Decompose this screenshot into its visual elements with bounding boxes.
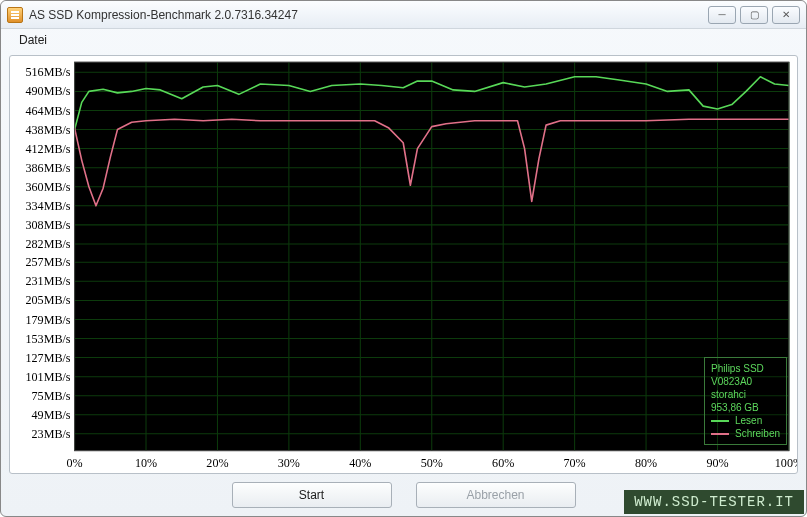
svg-text:386MB/s: 386MB/s [26,161,71,175]
menu-datei[interactable]: Datei [11,31,55,49]
legend-write-label: Schreiben [735,427,780,440]
titlebar: AS SSD Kompression-Benchmark 2.0.7316.34… [1,1,806,29]
legend-write-row: Schreiben [711,427,780,440]
svg-text:70%: 70% [564,456,586,470]
start-button[interactable]: Start [232,482,392,508]
legend-read-label: Lesen [735,414,762,427]
svg-text:50%: 50% [421,456,443,470]
svg-text:10%: 10% [135,456,157,470]
svg-text:360MB/s: 360MB/s [26,180,71,194]
svg-text:60%: 60% [492,456,514,470]
abbrechen-button[interactable]: Abbrechen [416,482,576,508]
legend-read-row: Lesen [711,414,780,427]
svg-text:49MB/s: 49MB/s [32,408,71,422]
svg-text:438MB/s: 438MB/s [26,123,71,137]
close-button[interactable]: ✕ [772,6,800,24]
app-icon [7,7,23,23]
watermark: WWW.SSD-TESTER.IT [624,490,804,514]
maximize-button[interactable]: ▢ [740,6,768,24]
menubar: Datei [1,29,806,51]
svg-text:282MB/s: 282MB/s [26,237,71,251]
svg-text:412MB/s: 412MB/s [26,142,71,156]
svg-text:308MB/s: 308MB/s [26,218,71,232]
legend-driver: storahci [711,388,780,401]
svg-text:153MB/s: 153MB/s [26,332,71,346]
svg-text:231MB/s: 231MB/s [26,274,71,288]
close-icon: ✕ [782,9,790,20]
window-title: AS SSD Kompression-Benchmark 2.0.7316.34… [29,8,298,22]
svg-text:257MB/s: 257MB/s [26,255,71,269]
maximize-icon: ▢ [750,9,759,20]
svg-text:75MB/s: 75MB/s [32,389,71,403]
svg-text:127MB/s: 127MB/s [26,351,71,365]
svg-text:101MB/s: 101MB/s [26,370,71,384]
legend-write-swatch [711,433,729,435]
svg-text:40%: 40% [349,456,371,470]
chart-panel: 23MB/s49MB/s75MB/s101MB/s127MB/s153MB/s1… [9,55,798,474]
svg-text:334MB/s: 334MB/s [26,199,71,213]
svg-text:90%: 90% [706,456,728,470]
minimize-icon: ─ [718,9,725,20]
svg-text:80%: 80% [635,456,657,470]
svg-text:205MB/s: 205MB/s [26,293,71,307]
svg-text:100%: 100% [775,456,797,470]
minimize-button[interactable]: ─ [708,6,736,24]
svg-text:516MB/s: 516MB/s [26,65,71,79]
app-window: AS SSD Kompression-Benchmark 2.0.7316.34… [0,0,807,517]
legend-firmware: V0823A0 [711,375,780,388]
svg-text:23MB/s: 23MB/s [32,427,71,441]
legend-box: Philips SSD V0823A0 storahci 953,86 GB L… [704,357,787,445]
compression-chart: 23MB/s49MB/s75MB/s101MB/s127MB/s153MB/s1… [10,56,797,473]
legend-capacity: 953,86 GB [711,401,780,414]
chart-area: 23MB/s49MB/s75MB/s101MB/s127MB/s153MB/s1… [10,56,797,473]
svg-text:464MB/s: 464MB/s [26,104,71,118]
svg-text:0%: 0% [67,456,83,470]
svg-text:179MB/s: 179MB/s [26,312,71,326]
svg-text:30%: 30% [278,456,300,470]
legend-device: Philips SSD [711,362,780,375]
legend-read-swatch [711,420,729,422]
svg-text:20%: 20% [206,456,228,470]
svg-text:490MB/s: 490MB/s [26,84,71,98]
